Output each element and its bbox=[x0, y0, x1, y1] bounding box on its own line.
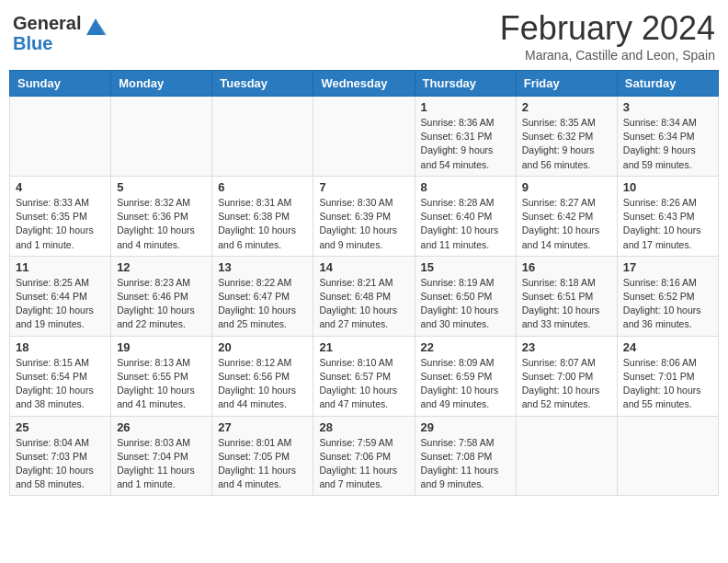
calendar-cell bbox=[516, 416, 617, 496]
day-number: 10 bbox=[623, 180, 712, 194]
calendar-cell: 7Sunrise: 8:30 AM Sunset: 6:39 PM Daylig… bbox=[313, 176, 415, 256]
day-number: 18 bbox=[16, 340, 105, 354]
day-of-week-header: Wednesday bbox=[313, 71, 415, 97]
calendar-cell: 13Sunrise: 8:22 AM Sunset: 6:47 PM Dayli… bbox=[212, 256, 313, 336]
day-info: Sunrise: 8:19 AM Sunset: 6:50 PM Dayligh… bbox=[421, 276, 510, 332]
calendar-cell: 12Sunrise: 8:23 AM Sunset: 6:46 PM Dayli… bbox=[111, 256, 212, 336]
day-info: Sunrise: 8:26 AM Sunset: 6:43 PM Dayligh… bbox=[623, 196, 712, 252]
day-info: Sunrise: 8:15 AM Sunset: 6:54 PM Dayligh… bbox=[16, 356, 105, 412]
day-number: 22 bbox=[421, 340, 510, 354]
day-info: Sunrise: 8:01 AM Sunset: 7:05 PM Dayligh… bbox=[218, 436, 307, 492]
calendar-cell bbox=[212, 97, 313, 177]
day-info: Sunrise: 8:06 AM Sunset: 7:01 PM Dayligh… bbox=[623, 356, 712, 412]
calendar-cell: 27Sunrise: 8:01 AM Sunset: 7:05 PM Dayli… bbox=[212, 416, 313, 496]
calendar-cell: 23Sunrise: 8:07 AM Sunset: 7:00 PM Dayli… bbox=[516, 336, 617, 416]
day-info: Sunrise: 8:22 AM Sunset: 6:47 PM Dayligh… bbox=[218, 276, 307, 332]
calendar-cell: 19Sunrise: 8:13 AM Sunset: 6:55 PM Dayli… bbox=[111, 336, 212, 416]
day-number: 12 bbox=[117, 260, 206, 274]
day-of-week-header: Tuesday bbox=[212, 71, 313, 97]
day-info: Sunrise: 8:30 AM Sunset: 6:39 PM Dayligh… bbox=[319, 196, 408, 252]
day-number: 23 bbox=[522, 340, 611, 354]
calendar-cell: 28Sunrise: 7:59 AM Sunset: 7:06 PM Dayli… bbox=[313, 416, 415, 496]
day-number: 29 bbox=[421, 420, 510, 434]
day-number: 9 bbox=[522, 180, 611, 194]
day-info: Sunrise: 8:32 AM Sunset: 6:36 PM Dayligh… bbox=[117, 196, 206, 252]
calendar-cell bbox=[313, 97, 415, 177]
calendar-cell: 21Sunrise: 8:10 AM Sunset: 6:57 PM Dayli… bbox=[313, 336, 415, 416]
calendar-cell: 17Sunrise: 8:16 AM Sunset: 6:52 PM Dayli… bbox=[617, 256, 718, 336]
calendar-cell: 18Sunrise: 8:15 AM Sunset: 6:54 PM Dayli… bbox=[10, 336, 111, 416]
day-info: Sunrise: 8:23 AM Sunset: 6:46 PM Dayligh… bbox=[117, 276, 206, 332]
day-of-week-header: Sunday bbox=[10, 71, 111, 97]
day-info: Sunrise: 8:35 AM Sunset: 6:32 PM Dayligh… bbox=[522, 116, 611, 172]
calendar-cell: 2Sunrise: 8:35 AM Sunset: 6:32 PM Daylig… bbox=[516, 97, 617, 177]
day-number: 3 bbox=[623, 100, 712, 114]
day-info: Sunrise: 8:10 AM Sunset: 6:57 PM Dayligh… bbox=[319, 356, 408, 412]
logo: General Blue bbox=[13, 13, 108, 53]
day-info: Sunrise: 8:31 AM Sunset: 6:38 PM Dayligh… bbox=[218, 196, 307, 252]
calendar-week-row: 25Sunrise: 8:04 AM Sunset: 7:03 PM Dayli… bbox=[10, 416, 719, 496]
day-info: Sunrise: 8:07 AM Sunset: 7:00 PM Dayligh… bbox=[522, 356, 611, 412]
calendar-cell: 29Sunrise: 7:58 AM Sunset: 7:08 PM Dayli… bbox=[415, 416, 516, 496]
calendar-cell: 11Sunrise: 8:25 AM Sunset: 6:44 PM Dayli… bbox=[10, 256, 111, 336]
calendar-cell bbox=[111, 97, 212, 177]
calendar-cell: 20Sunrise: 8:12 AM Sunset: 6:56 PM Dayli… bbox=[212, 336, 313, 416]
calendar-cell: 16Sunrise: 8:18 AM Sunset: 6:51 PM Dayli… bbox=[516, 256, 617, 336]
day-number: 6 bbox=[218, 180, 307, 194]
day-number: 19 bbox=[117, 340, 206, 354]
day-number: 13 bbox=[218, 260, 307, 274]
day-number: 8 bbox=[421, 180, 510, 194]
day-info: Sunrise: 8:34 AM Sunset: 6:34 PM Dayligh… bbox=[623, 116, 712, 172]
day-number: 20 bbox=[218, 340, 307, 354]
calendar-table: SundayMondayTuesdayWednesdayThursdayFrid… bbox=[9, 70, 719, 496]
day-of-week-header: Friday bbox=[516, 71, 617, 97]
logo-general-text: General bbox=[13, 13, 81, 33]
day-info: Sunrise: 8:33 AM Sunset: 6:35 PM Dayligh… bbox=[16, 196, 105, 252]
calendar-header-row: SundayMondayTuesdayWednesdayThursdayFrid… bbox=[10, 71, 719, 97]
day-number: 11 bbox=[16, 260, 105, 274]
calendar-cell: 24Sunrise: 8:06 AM Sunset: 7:01 PM Dayli… bbox=[617, 336, 718, 416]
calendar-cell: 26Sunrise: 8:03 AM Sunset: 7:04 PM Dayli… bbox=[111, 416, 212, 496]
day-info: Sunrise: 8:03 AM Sunset: 7:04 PM Dayligh… bbox=[117, 436, 206, 492]
calendar-cell: 3Sunrise: 8:34 AM Sunset: 6:34 PM Daylig… bbox=[617, 97, 718, 177]
day-info: Sunrise: 7:58 AM Sunset: 7:08 PM Dayligh… bbox=[421, 436, 510, 492]
calendar-cell: 14Sunrise: 8:21 AM Sunset: 6:48 PM Dayli… bbox=[313, 256, 415, 336]
calendar-cell: 25Sunrise: 8:04 AM Sunset: 7:03 PM Dayli… bbox=[10, 416, 111, 496]
day-number: 4 bbox=[16, 180, 105, 194]
day-number: 24 bbox=[623, 340, 712, 354]
calendar-week-row: 1Sunrise: 8:36 AM Sunset: 6:31 PM Daylig… bbox=[10, 97, 719, 177]
day-number: 28 bbox=[319, 420, 408, 434]
calendar-cell: 1Sunrise: 8:36 AM Sunset: 6:31 PM Daylig… bbox=[415, 97, 516, 177]
calendar-cell: 10Sunrise: 8:26 AM Sunset: 6:43 PM Dayli… bbox=[617, 176, 718, 256]
logo-blue-text: Blue bbox=[13, 33, 81, 53]
day-number: 21 bbox=[319, 340, 408, 354]
calendar-week-row: 11Sunrise: 8:25 AM Sunset: 6:44 PM Dayli… bbox=[10, 256, 719, 336]
day-info: Sunrise: 8:13 AM Sunset: 6:55 PM Dayligh… bbox=[117, 356, 206, 412]
day-info: Sunrise: 8:36 AM Sunset: 6:31 PM Dayligh… bbox=[421, 116, 510, 172]
day-number: 16 bbox=[522, 260, 611, 274]
day-info: Sunrise: 8:16 AM Sunset: 6:52 PM Dayligh… bbox=[623, 276, 712, 332]
day-info: Sunrise: 8:09 AM Sunset: 6:59 PM Dayligh… bbox=[421, 356, 510, 412]
calendar-cell bbox=[10, 97, 111, 177]
logo-icon bbox=[83, 15, 108, 40]
day-info: Sunrise: 8:27 AM Sunset: 6:42 PM Dayligh… bbox=[522, 196, 611, 252]
calendar-cell: 8Sunrise: 8:28 AM Sunset: 6:40 PM Daylig… bbox=[415, 176, 516, 256]
calendar-cell: 15Sunrise: 8:19 AM Sunset: 6:50 PM Dayli… bbox=[415, 256, 516, 336]
location-subtitle: Marana, Castille and Leon, Spain bbox=[500, 48, 715, 63]
day-number: 14 bbox=[319, 260, 408, 274]
day-number: 1 bbox=[421, 100, 510, 114]
calendar-cell: 9Sunrise: 8:27 AM Sunset: 6:42 PM Daylig… bbox=[516, 176, 617, 256]
day-number: 5 bbox=[117, 180, 206, 194]
day-info: Sunrise: 8:28 AM Sunset: 6:40 PM Dayligh… bbox=[421, 196, 510, 252]
day-info: Sunrise: 8:12 AM Sunset: 6:56 PM Dayligh… bbox=[218, 356, 307, 412]
day-number: 27 bbox=[218, 420, 307, 434]
calendar-cell: 22Sunrise: 8:09 AM Sunset: 6:59 PM Dayli… bbox=[415, 336, 516, 416]
calendar-week-row: 18Sunrise: 8:15 AM Sunset: 6:54 PM Dayli… bbox=[10, 336, 719, 416]
day-info: Sunrise: 8:25 AM Sunset: 6:44 PM Dayligh… bbox=[16, 276, 105, 332]
day-number: 15 bbox=[421, 260, 510, 274]
day-number: 7 bbox=[319, 180, 408, 194]
day-info: Sunrise: 7:59 AM Sunset: 7:06 PM Dayligh… bbox=[319, 436, 408, 492]
day-number: 26 bbox=[117, 420, 206, 434]
day-number: 17 bbox=[623, 260, 712, 274]
month-title: February 2024 bbox=[500, 9, 715, 48]
